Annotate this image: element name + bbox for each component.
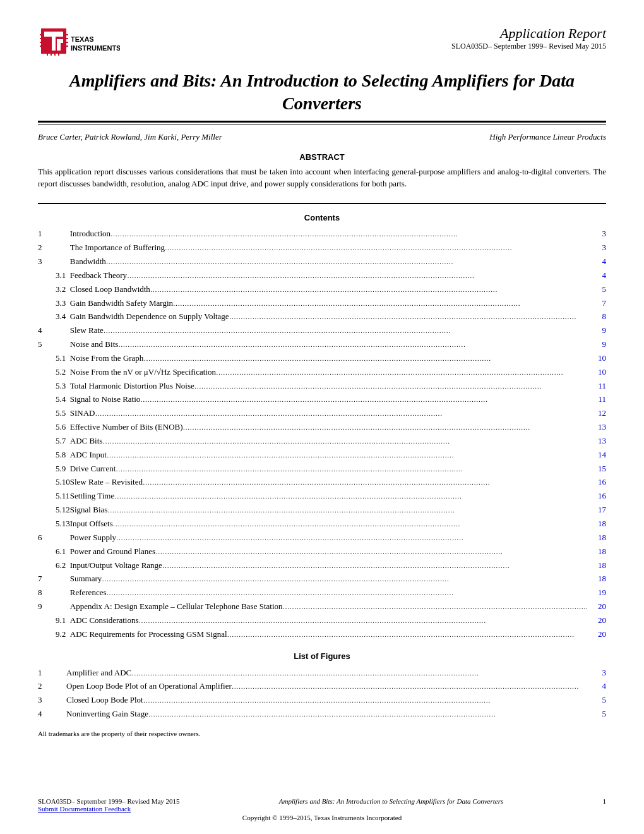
toc-item-text: The Importance of Buffering…………………………………… — [70, 241, 587, 255]
toc-row: 3Bandwidth………………………………………………………………………………… — [38, 255, 606, 269]
toc-item-num: 3 — [38, 255, 70, 269]
toc-text-content: Slew Rate – Revisited — [70, 476, 143, 488]
toc-text-content: Summary — [70, 573, 102, 585]
toc-item-num: 5.5 — [38, 407, 70, 421]
lof-item-num: 4 — [38, 708, 66, 722]
toc-item-page: 12 — [587, 407, 606, 421]
toc-text-content: Slew Rate — [70, 325, 104, 337]
footer-page-num: 1 — [603, 797, 607, 805]
toc-text-content: Noise and Bits — [70, 339, 119, 351]
svg-rect-8 — [47, 53, 48, 56]
toc-dots: …………………………………………………………………………………………………………… — [102, 574, 587, 584]
toc-item-text: Signal Bias …………………………………………………………………………… — [70, 504, 587, 517]
toc-item-text: Bandwidth…………………………………………………………………………………… — [70, 255, 587, 269]
footer-left: SLOA035D– September 1999– Revised May 20… — [38, 797, 180, 813]
toc-dots: …………………………………………………………………………………………………………… — [229, 312, 587, 322]
lof-item-page: 3 — [587, 666, 606, 680]
toc-item-num: 3.4 — [38, 310, 70, 324]
toc-text-content: Appendix A: Design Example – Cellular Te… — [70, 601, 283, 613]
toc-text-content: Gain Bandwidth Dependence on Supply Volt… — [70, 311, 229, 323]
toc-text-content: Signal Bias — [70, 504, 108, 516]
toc-item-text: Introduction ………………………………………………………………………… — [70, 227, 587, 241]
lof-text-content: Amplifier and ADC — [66, 667, 131, 679]
svg-rect-7 — [66, 45, 68, 47]
toc-item-num: 1 — [38, 227, 70, 241]
toc-item-num: 5.10 — [38, 476, 70, 490]
lof-dots: …………………………………………………………………………………………………………… — [232, 682, 587, 692]
svg-rect-2 — [40, 42, 42, 43]
toc-item-num: 5.13 — [38, 517, 70, 531]
toc-item-page: 20 — [587, 600, 606, 614]
toc-dots: …………………………………………………………………………………………………………… — [107, 588, 588, 598]
toc-item-text: ADC Bits …………………………………………………………………………………… — [70, 434, 587, 448]
toc-row: 5.1Noise From the Graph …………………………………………… — [38, 351, 606, 365]
toc-item-text: Drive Current………………………………………………………………………… — [70, 462, 587, 476]
toc-item-text: Feedback Theory ………………………………………………………………… — [70, 269, 587, 282]
lof-dots: …………………………………………………………………………………………………………… — [143, 696, 587, 706]
toc-item-page: 3 — [587, 241, 606, 255]
lof-row: 1Amplifier and ADC ………………………………………………………… — [38, 666, 606, 680]
toc-text-content: Total Harmonic Distortion Plus Noise — [70, 380, 194, 392]
toc-item-page: 18 — [587, 572, 606, 586]
toc-item-num: 5.4 — [38, 393, 70, 407]
toc-text-content: ADC Considerations — [70, 615, 139, 627]
toc-item-num: 5 — [38, 338, 70, 352]
toc-text-content: ADC Bits — [70, 435, 103, 447]
toc-item-text: Appendix A: Design Example – Cellular Te… — [70, 600, 587, 614]
toc-row: 5.2Noise From the nV or μV/√Hz Specifica… — [38, 365, 606, 379]
toc-row: 5Noise and Bits…………………………………………………………………… — [38, 338, 606, 352]
toc-text-content: ADC Requirements for Processing GSM Sign… — [70, 629, 227, 641]
toc-item-text: Slew Rate…………………………………………………………………………………… — [70, 324, 587, 338]
toc-text-content: Settling Time — [70, 490, 114, 502]
toc-item-page: 15 — [587, 462, 606, 476]
toc-item-text: ADC Requirements for Processing GSM Sign… — [70, 627, 587, 641]
toc-item-page: 11 — [587, 393, 606, 407]
toc-item-page: 20 — [587, 627, 606, 641]
toc-item-text: Noise and Bits……………………………………………………………………… — [70, 338, 587, 352]
toc-dots: …………………………………………………………………………………………………………… — [165, 243, 587, 253]
toc-dots: …………………………………………………………………………………………………………… — [194, 382, 587, 392]
toc-row: 7Summary …………………………………………………………………………………… — [38, 572, 606, 586]
toc-dots: …………………………………………………………………………………………………………… — [110, 229, 587, 239]
toc-item-text: ADC Considerations ………………………………………………………… — [70, 613, 587, 627]
toc-dots: …………………………………………………………………………………………………………… — [138, 616, 587, 626]
toc-dots: …………………………………………………………………………………………………………… — [114, 492, 587, 502]
lof-dots: …………………………………………………………………………………………………………… — [148, 710, 587, 720]
toc-item-text: SINAD……………………………………………………………………………………………… — [70, 407, 587, 421]
toc-item-text: Summary ……………………………………………………………………………………… — [70, 572, 587, 586]
toc-row: 5.6Effective Number of Bits (ENOB) ……………… — [38, 421, 606, 435]
authors: Bruce Carter, Patrick Rowland, Jim Karki… — [38, 132, 222, 142]
toc-row: 5.4Signal to Noise Ratio ………………………………………… — [38, 393, 606, 407]
lof-row: 4Noninverting Gain Stage…………………………………………… — [38, 708, 606, 722]
lof-item-text: Noninverting Gain Stage……………………………………………… — [66, 708, 587, 722]
trademark-line: All trademarks are the property of their… — [38, 730, 606, 737]
toc-row: 3.1Feedback Theory ………………………………………………………… — [38, 269, 606, 282]
toc-item-num: 9.1 — [38, 613, 70, 627]
abstract-section: ABSTRACT This application report discuss… — [38, 152, 606, 190]
lof-title: List of Figures — [38, 651, 606, 661]
toc-text-content: Drive Current — [70, 463, 116, 475]
toc-table: 1Introduction ……………………………………………………………………… — [38, 227, 606, 641]
toc-item-num: 3.1 — [38, 269, 70, 282]
toc-item-num: 5.8 — [38, 448, 70, 462]
toc-text-content: Signal to Noise Ratio — [70, 394, 141, 406]
toc-dots: …………………………………………………………………………………………………………… — [118, 340, 587, 350]
toc-item-num: 3.3 — [38, 296, 70, 310]
toc-item-num: 5.9 — [38, 462, 70, 476]
toc-item-num: 5.7 — [38, 434, 70, 448]
toc-dots: …………………………………………………………………………………………………………… — [143, 354, 587, 364]
toc-item-num: 9.2 — [38, 627, 70, 641]
toc-dots: …………………………………………………………………………………………………………… — [102, 437, 587, 447]
toc-item-page: 10 — [587, 351, 606, 365]
toc-row: 6Power Supply ……………………………………………………………………… — [38, 531, 606, 545]
lof-text-content: Closed Loop Bode Plot — [66, 694, 143, 706]
toc-item-num: 6.1 — [38, 545, 70, 559]
toc-text-content: Input Offsets — [70, 518, 113, 530]
svg-rect-9 — [51, 53, 52, 56]
lof-item-page: 5 — [587, 708, 606, 722]
toc-item-text: Input/Output Voltage Range …………………………………… — [70, 559, 587, 572]
toc-item-page: 8 — [587, 310, 606, 324]
lof-item-num: 3 — [38, 694, 66, 708]
toc-row: 6.2Input/Output Voltage Range …………………………… — [38, 559, 606, 572]
submit-feedback-link[interactable]: Submit Documentation Feedback — [38, 805, 180, 813]
